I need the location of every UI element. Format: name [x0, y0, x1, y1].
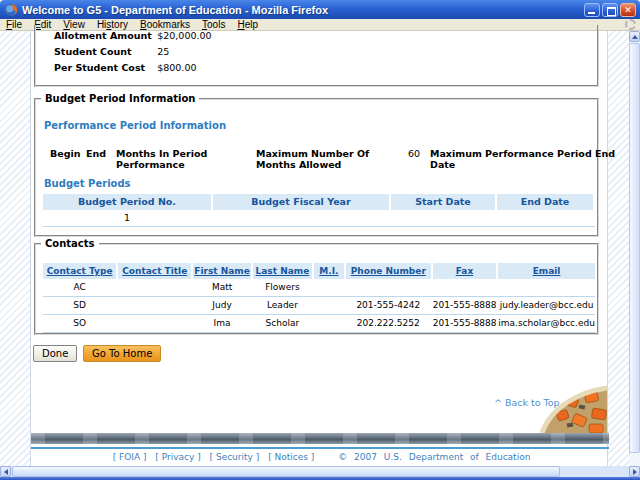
student-count-value: 25	[157, 46, 169, 57]
vertical-scrollbar[interactable]	[629, 31, 640, 466]
firefox-icon	[4, 3, 18, 17]
menu-file[interactable]: File	[0, 19, 28, 31]
notices-link[interactable]: [ Notices ]	[268, 452, 314, 462]
footer-metal-bar	[31, 433, 609, 444]
page-content: Allotment Amount $20,000.00 Student Coun…	[30, 31, 608, 466]
close-button[interactable]	[620, 3, 636, 17]
phone-number-sort-link[interactable]: Phone Number	[346, 263, 431, 279]
privacy-link[interactable]: [ Privacy ]	[155, 452, 200, 462]
summary-row: Per Student Cost $800.00	[54, 60, 196, 76]
max-end-date-label: Maximum Performance Period End Date	[430, 148, 620, 170]
start-date-header: Start Date	[391, 194, 495, 210]
restore-button[interactable]	[602, 3, 618, 17]
per-student-cost-label: Per Student Cost	[54, 60, 154, 76]
budget-fiscal-year-header: Budget Fiscal Year	[213, 194, 389, 210]
contact-row: AC Matt Flowers	[43, 279, 595, 297]
contacts-table-header: Contact Type Contact Title First Name La…	[43, 263, 595, 279]
horizontal-scrollbar-thumb[interactable]	[12, 466, 560, 477]
months-in-period-label: Months In Period Performance	[116, 148, 216, 170]
contact-row: SD Judy Leader 201-555-4242 201-555-8888…	[43, 297, 595, 315]
budget-period-fieldset: Budget Period Information Performance Pe…	[34, 93, 599, 237]
vertical-scrollbar-thumb[interactable]	[629, 43, 640, 453]
footer-links: [ FOIA ] [ Privacy ] [ Security ] [ Noti…	[31, 452, 609, 462]
budget-periods-heading: Budget Periods	[44, 178, 131, 189]
footer-accent-line	[31, 447, 609, 449]
begin-label: Begin	[50, 148, 86, 170]
security-link[interactable]: [ Security ]	[210, 452, 260, 462]
scroll-up-button[interactable]	[629, 31, 640, 42]
email-sort-link[interactable]: Email	[498, 263, 595, 279]
mi-sort-link[interactable]: M.I.	[314, 263, 344, 279]
copyright-text: © 2007 U.S. Department of Education	[338, 452, 530, 462]
done-button[interactable]: Done	[33, 345, 77, 362]
allotment-amount-label: Allotment Amount	[54, 28, 154, 44]
summary-fieldset: Allotment Amount $20,000.00 Student Coun…	[34, 25, 599, 87]
summary-row: Allotment Amount $20,000.00	[54, 28, 212, 44]
go-to-home-button[interactable]: Go To Home	[83, 345, 161, 362]
scroll-right-button[interactable]	[629, 466, 640, 477]
budget-periods-table: Budget Period No. Budget Fiscal Year Sta…	[43, 194, 595, 227]
horizontal-scrollbar[interactable]	[0, 466, 640, 477]
foia-link[interactable]: [ FOIA ]	[113, 452, 147, 462]
budget-period-no-header: Budget Period No.	[43, 194, 211, 210]
scrollbar-corner	[629, 455, 640, 466]
contacts-table: Contact Type Contact Title First Name La…	[43, 263, 595, 333]
budget-table-header: Budget Period No. Budget Fiscal Year Sta…	[43, 194, 595, 210]
window-title: Welcome to G5 - Department of Education …	[22, 4, 584, 16]
contact-type-sort-link[interactable]: Contact Type	[43, 263, 116, 279]
performance-fields-row: Begin End Months In Period Performance M…	[50, 148, 620, 170]
contacts-legend: Contacts	[41, 238, 99, 249]
student-count-label: Student Count	[54, 44, 154, 60]
contact-title-sort-link[interactable]: Contact Title	[118, 263, 191, 279]
per-student-cost-value: $800.00	[157, 62, 196, 73]
contact-row: SO Ima Scholar 202.222.5252 201-555-8888…	[43, 315, 595, 333]
throbber-icon	[625, 19, 636, 30]
minimize-button[interactable]	[584, 3, 600, 17]
window-titlebar: Welcome to G5 - Department of Education …	[0, 0, 640, 19]
browser-window: Welcome to G5 - Department of Education …	[0, 0, 640, 480]
max-months-value: 60	[408, 148, 424, 170]
end-date-header: End Date	[497, 194, 593, 210]
max-months-label: Maximum Number Of Months Allowed	[256, 148, 408, 170]
budget-period-no-value: 1	[43, 210, 211, 226]
fax-sort-link[interactable]: Fax	[433, 263, 496, 279]
budget-period-legend: Budget Period Information	[41, 93, 199, 104]
last-name-sort-link[interactable]: Last Name	[253, 263, 312, 279]
contacts-fieldset: Contacts Contact Type Contact Title Firs…	[34, 238, 599, 335]
end-label: End	[86, 148, 116, 170]
performance-period-heading: Performance Period Information	[44, 120, 226, 131]
page-viewport: Allotment Amount $20,000.00 Student Coun…	[0, 31, 629, 466]
allotment-amount-value: $20,000.00	[157, 30, 211, 41]
scroll-left-button[interactable]	[0, 466, 11, 477]
first-name-sort-link[interactable]: First Name	[193, 263, 250, 279]
budget-table-row: 1	[43, 210, 595, 227]
classroom-chairs-image	[537, 385, 607, 433]
summary-row: Student Count 25	[54, 44, 169, 60]
